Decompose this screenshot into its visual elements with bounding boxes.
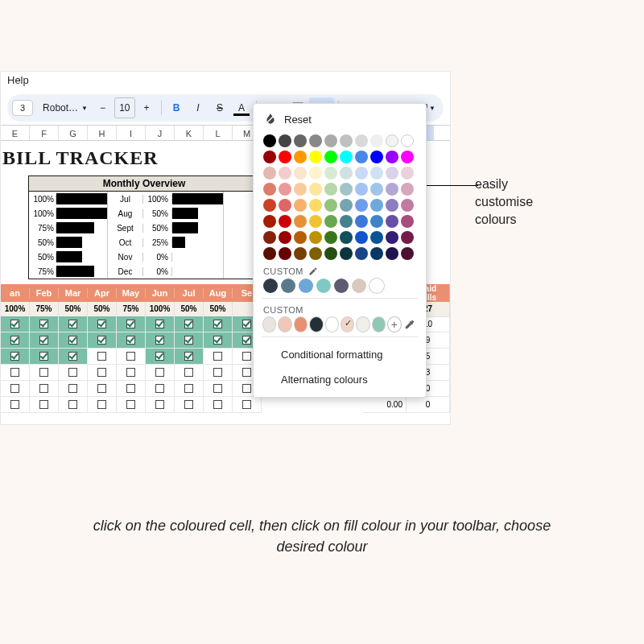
color-swatch[interactable] bbox=[340, 215, 353, 228]
color-swatch[interactable] bbox=[401, 199, 414, 212]
checkbox-cell[interactable] bbox=[30, 365, 59, 381]
color-swatch[interactable] bbox=[370, 215, 383, 228]
checkbox-cell[interactable] bbox=[1, 316, 30, 332]
color-swatch[interactable] bbox=[401, 151, 414, 163]
color-swatch[interactable] bbox=[294, 134, 307, 147]
toolbar-badge[interactable]: 3 bbox=[12, 100, 33, 116]
checkbox-cell[interactable] bbox=[117, 332, 146, 349]
bold-button[interactable]: B bbox=[166, 97, 187, 118]
column-head[interactable]: H bbox=[88, 126, 117, 140]
color-swatch[interactable] bbox=[279, 317, 291, 332]
color-swatch[interactable] bbox=[341, 317, 353, 332]
column-head[interactable]: E bbox=[1, 126, 30, 140]
color-swatch[interactable] bbox=[324, 134, 337, 147]
checkbox-cell[interactable] bbox=[88, 397, 117, 413]
italic-button[interactable]: I bbox=[188, 97, 208, 118]
color-swatch[interactable] bbox=[340, 167, 353, 180]
color-swatch[interactable] bbox=[386, 167, 398, 180]
color-swatch[interactable] bbox=[294, 199, 307, 212]
color-swatch[interactable] bbox=[309, 231, 322, 244]
color-swatch[interactable] bbox=[263, 134, 276, 147]
color-swatch[interactable] bbox=[279, 199, 291, 212]
checkbox-cell[interactable] bbox=[146, 381, 175, 397]
checkbox-cell[interactable] bbox=[88, 332, 117, 349]
color-swatch[interactable] bbox=[352, 279, 366, 293]
checkbox-cell[interactable] bbox=[175, 332, 204, 349]
checkbox-cell[interactable] bbox=[175, 316, 204, 332]
checkbox-cell[interactable] bbox=[30, 316, 59, 332]
checkbox-cell[interactable] bbox=[117, 381, 146, 397]
checkbox-cell[interactable] bbox=[117, 349, 146, 365]
color-swatch[interactable] bbox=[263, 317, 275, 332]
color-swatch[interactable] bbox=[355, 199, 368, 212]
font-selector[interactable]: Robot… ▼ bbox=[39, 97, 91, 118]
color-swatch[interactable] bbox=[324, 183, 337, 196]
checkbox-cell[interactable] bbox=[146, 332, 175, 349]
fontsize-inc[interactable]: + bbox=[136, 97, 157, 118]
color-swatch[interactable] bbox=[370, 199, 383, 212]
column-head[interactable]: K bbox=[175, 126, 204, 140]
checkbox-cell[interactable] bbox=[204, 332, 233, 349]
color-swatch[interactable] bbox=[281, 279, 295, 293]
color-swatch[interactable] bbox=[340, 231, 353, 244]
color-swatch[interactable] bbox=[263, 167, 276, 180]
checkbox-cell[interactable] bbox=[59, 349, 88, 365]
checkbox-cell[interactable] bbox=[59, 397, 88, 413]
checkbox-cell[interactable] bbox=[117, 316, 146, 332]
color-swatch[interactable] bbox=[324, 231, 337, 244]
checkbox-cell[interactable] bbox=[233, 397, 262, 413]
checkbox-cell[interactable] bbox=[59, 332, 88, 349]
eyedropper-icon[interactable] bbox=[404, 317, 416, 332]
color-swatch[interactable] bbox=[309, 134, 322, 147]
color-swatch[interactable] bbox=[279, 183, 291, 196]
color-swatch[interactable] bbox=[263, 215, 276, 228]
checkbox-cell[interactable] bbox=[59, 381, 88, 397]
color-swatch[interactable] bbox=[386, 199, 398, 212]
color-swatch[interactable] bbox=[309, 247, 322, 260]
checkbox-cell[interactable] bbox=[204, 316, 233, 332]
color-swatch[interactable] bbox=[355, 247, 368, 260]
color-swatch[interactable] bbox=[309, 199, 322, 212]
column-head[interactable]: G bbox=[59, 126, 88, 140]
checkbox-cell[interactable] bbox=[117, 365, 146, 381]
checkbox-cell[interactable] bbox=[146, 316, 175, 332]
color-swatch[interactable] bbox=[294, 151, 307, 163]
reset-button[interactable]: Reset bbox=[263, 112, 416, 131]
color-swatch[interactable] bbox=[386, 215, 398, 228]
checkbox-cell[interactable] bbox=[59, 365, 88, 381]
color-swatch[interactable] bbox=[279, 151, 291, 163]
color-swatch[interactable] bbox=[370, 231, 383, 244]
color-swatch[interactable] bbox=[279, 215, 291, 228]
color-swatch[interactable] bbox=[340, 247, 353, 260]
checkbox-cell[interactable] bbox=[30, 397, 59, 413]
standard-color-row[interactable] bbox=[263, 151, 416, 163]
color-swatch[interactable] bbox=[279, 247, 291, 260]
color-swatch[interactable] bbox=[355, 167, 368, 180]
standard-grey-row[interactable] bbox=[263, 134, 416, 147]
color-swatch[interactable] bbox=[294, 215, 307, 228]
menu-help[interactable]: Help bbox=[7, 74, 29, 86]
color-swatch[interactable] bbox=[316, 279, 331, 293]
checkbox-cell[interactable] bbox=[175, 381, 204, 397]
color-swatch[interactable] bbox=[370, 151, 383, 163]
checkbox-cell[interactable] bbox=[1, 332, 30, 349]
color-swatch[interactable] bbox=[324, 199, 337, 212]
color-swatch[interactable] bbox=[310, 317, 322, 332]
checkbox-cell[interactable] bbox=[1, 365, 30, 381]
color-swatch[interactable] bbox=[334, 279, 349, 293]
checkbox-cell[interactable] bbox=[204, 349, 233, 365]
color-swatch[interactable] bbox=[263, 247, 276, 260]
color-swatch[interactable] bbox=[401, 215, 414, 228]
color-swatch[interactable] bbox=[386, 151, 398, 163]
color-swatch[interactable] bbox=[263, 231, 276, 244]
color-swatch[interactable] bbox=[370, 183, 383, 196]
checkbox-cell[interactable] bbox=[146, 349, 175, 365]
alternating-colours-item[interactable]: Alternating colours bbox=[263, 367, 416, 392]
color-swatch[interactable] bbox=[340, 199, 353, 212]
column-head[interactable]: J bbox=[146, 126, 175, 140]
checkbox-cell[interactable] bbox=[1, 349, 30, 365]
column-head[interactable]: I bbox=[117, 126, 146, 140]
color-swatch[interactable] bbox=[324, 247, 337, 260]
color-swatch[interactable] bbox=[370, 167, 383, 180]
custom-row-2[interactable]: + bbox=[263, 317, 416, 332]
